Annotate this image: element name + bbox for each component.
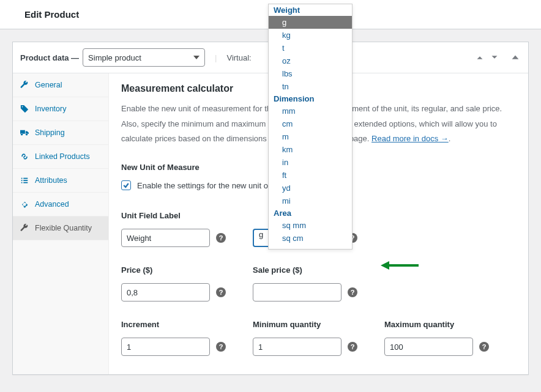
panel-title: Product data —: [20, 53, 79, 62]
tab-label: General: [35, 81, 62, 89]
virtual-label: Virtual:: [226, 53, 251, 62]
max-qty-label: Maximum quantity: [384, 320, 516, 329]
unit-field-label-input[interactable]: [121, 229, 210, 247]
dropdown-option[interactable]: cm: [269, 117, 352, 130]
tab-attributes[interactable]: Attributes: [13, 169, 108, 193]
min-qty-label: Minimum quantity: [253, 320, 384, 329]
dropdown-option[interactable]: sq cm: [269, 232, 352, 245]
increment-label: Increment: [121, 320, 253, 329]
dropdown-option[interactable]: t: [269, 42, 352, 54]
tab-shipping[interactable]: Shipping: [13, 121, 108, 145]
product-tabs: GeneralInventoryShippingLinked ProductsA…: [13, 73, 109, 374]
separator: |: [215, 53, 217, 62]
max-qty-input[interactable]: [384, 338, 473, 356]
enable-checkbox[interactable]: [121, 180, 131, 190]
increment-input[interactable]: [121, 338, 210, 356]
tab-label: Inventory: [35, 105, 66, 113]
dropdown-option[interactable]: ft: [269, 169, 352, 182]
price-input[interactable]: [121, 283, 210, 301]
product-type-select[interactable]: Simple product: [83, 48, 205, 67]
help-icon[interactable]: ?: [216, 287, 226, 297]
tab-linked[interactable]: Linked Products: [13, 145, 108, 169]
chevron-up-icon[interactable]: [474, 52, 485, 63]
help-icon[interactable]: ?: [216, 342, 226, 352]
dropdown-option[interactable]: mi: [269, 194, 352, 207]
dropdown-option[interactable]: lbs: [269, 67, 352, 80]
tab-inventory[interactable]: Inventory: [13, 97, 108, 121]
dropdown-option[interactable]: m: [269, 130, 352, 143]
dropdown-option[interactable]: sq mm: [269, 219, 352, 232]
tab-label: Shipping: [35, 128, 65, 137]
docs-link[interactable]: Read more in docs →: [371, 134, 449, 143]
tab-general[interactable]: General: [13, 73, 108, 97]
dropdown-option[interactable]: km: [269, 143, 352, 156]
help-icon[interactable]: ?: [348, 287, 357, 297]
tab-advanced[interactable]: Advanced: [13, 193, 108, 216]
help-icon[interactable]: ?: [216, 233, 226, 243]
price-label: Price ($): [121, 265, 253, 275]
dropdown-group: Weight: [269, 4, 352, 16]
dropdown-option[interactable]: tn: [269, 80, 352, 93]
tab-label: Attributes: [35, 176, 67, 185]
dropdown-option[interactable]: in: [269, 156, 352, 169]
panel-controls: [474, 52, 521, 63]
dropdown-option[interactable]: yd: [269, 182, 352, 194]
help-icon[interactable]: ?: [479, 342, 489, 352]
sale-price-label: Sale price ($): [253, 265, 384, 275]
chevron-down-icon[interactable]: [489, 52, 500, 63]
svg-marker-1: [381, 261, 389, 270]
dropdown-option[interactable]: g: [269, 16, 352, 29]
help-icon[interactable]: ?: [348, 342, 357, 352]
tab-flexqty[interactable]: Flexible Quantity: [13, 216, 108, 240]
dropdown-option[interactable]: mm: [269, 105, 352, 117]
annotation-arrow: [381, 259, 419, 273]
tab-label: Advanced: [35, 200, 69, 209]
min-qty-input[interactable]: [253, 338, 341, 356]
dropdown-option[interactable]: kg: [269, 29, 352, 42]
tab-label: Linked Products: [35, 152, 90, 161]
sale-price-input[interactable]: [253, 283, 341, 301]
unit-field-label-heading: Unit Field Label: [121, 211, 253, 220]
dropdown-group: Dimension: [269, 93, 352, 105]
dropdown-option[interactable]: sq m: [269, 245, 352, 249]
unit-select-dropdown[interactable]: WeightgkgtozlbstnDimensionmmcmmkminftydm…: [268, 4, 353, 250]
tab-label: Flexible Quantity: [35, 224, 92, 232]
collapse-icon[interactable]: [510, 52, 521, 63]
dropdown-option[interactable]: oz: [269, 54, 352, 67]
dropdown-group: Area: [269, 207, 352, 219]
